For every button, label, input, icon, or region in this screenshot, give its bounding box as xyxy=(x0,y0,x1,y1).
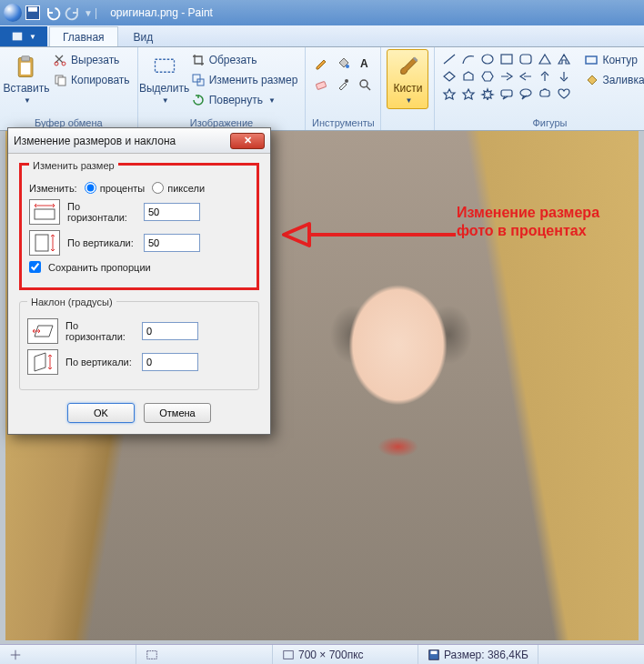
ok-button[interactable]: OK xyxy=(67,403,135,423)
group-shapes: Контур▼ Заливка▼ Фигуры xyxy=(435,47,644,130)
skew-horiz-input[interactable] xyxy=(142,322,198,340)
skew-fieldset: Наклон (градусы) По горизонтали: По верт… xyxy=(19,301,259,390)
group-clipboard: Вставить▼ Вырезать Копировать Буфер обме… xyxy=(0,47,138,130)
svg-rect-5 xyxy=(21,62,31,74)
svg-marker-26 xyxy=(482,72,493,81)
svg-point-31 xyxy=(520,89,531,96)
select-icon xyxy=(152,55,177,80)
radio-pixels[interactable] xyxy=(152,182,164,194)
shape-fill-button[interactable]: Заливка▼ xyxy=(582,71,644,89)
group-image: Выделить▼ Обрезать Изменить размер Повер… xyxy=(138,47,307,130)
copy-button[interactable]: Копировать xyxy=(51,71,132,89)
rotate-icon xyxy=(191,93,206,107)
skew-legend: Наклон (градусы) xyxy=(27,297,116,307)
dialog-titlebar[interactable]: Изменение размеров и наклона ✕ xyxy=(8,128,270,154)
svg-rect-1 xyxy=(28,7,37,12)
svg-rect-30 xyxy=(501,90,512,96)
horiz-input[interactable] xyxy=(144,203,200,221)
status-bar: 700 × 700пкс Размер: 386,4КБ xyxy=(0,644,644,664)
title-bar: ▼ | оригинал.png - Paint xyxy=(0,0,644,25)
group-brushes: Кисти▼ xyxy=(381,47,435,130)
svg-marker-27 xyxy=(444,89,455,99)
svg-rect-10 xyxy=(155,59,174,72)
paste-button[interactable]: Вставить▼ xyxy=(5,49,47,109)
svg-rect-4 xyxy=(22,55,30,60)
cut-button[interactable]: Вырезать xyxy=(51,51,132,69)
svg-rect-40 xyxy=(431,650,438,654)
horiz-label: По горизонтали: xyxy=(67,201,136,223)
svg-rect-11 xyxy=(193,75,200,82)
file-tab[interactable]: ▼ xyxy=(0,26,47,46)
crop-button[interactable]: Обрезать xyxy=(189,51,300,69)
group-label-shapes: Фигуры xyxy=(440,116,644,130)
resize-legend: Изменить размер xyxy=(29,160,118,171)
app-orb-icon[interactable] xyxy=(4,4,22,22)
group-label-tools: Инструменты xyxy=(311,116,375,130)
svg-rect-20 xyxy=(501,55,512,64)
svg-marker-24 xyxy=(444,72,455,81)
vert-label: По вертикали: xyxy=(67,237,136,248)
svg-marker-29 xyxy=(482,89,493,100)
shape-outline-button[interactable]: Контур▼ xyxy=(582,51,644,69)
radio-percent[interactable] xyxy=(85,182,96,194)
pencil-tool[interactable] xyxy=(311,53,331,73)
tab-row: ▼ Главная Вид xyxy=(0,25,644,47)
shape-gallery[interactable] xyxy=(440,49,573,102)
zoom-tool[interactable] xyxy=(355,75,375,95)
status-dimensions: 700 × 700пкс xyxy=(273,645,418,664)
scissors-icon xyxy=(53,53,67,67)
svg-rect-2 xyxy=(13,33,23,41)
svg-rect-9 xyxy=(58,77,65,86)
vert-resize-icon xyxy=(29,230,60,256)
svg-point-16 xyxy=(345,79,348,83)
svg-point-7 xyxy=(62,62,65,65)
aspect-label: Сохранить пропорции xyxy=(48,262,151,273)
rotate-button[interactable]: Повернуть▼ xyxy=(189,91,300,109)
vert-input[interactable] xyxy=(144,234,200,252)
status-filesize: Размер: 386,4КБ xyxy=(418,645,538,664)
svg-rect-33 xyxy=(35,209,55,219)
status-selection xyxy=(136,645,273,664)
svg-rect-37 xyxy=(147,650,157,659)
clipboard-icon xyxy=(14,55,39,80)
resize-button[interactable]: Изменить размер xyxy=(189,71,300,89)
skew-vert-label: По вертикали: xyxy=(65,357,135,367)
select-button[interactable]: Выделить▼ xyxy=(144,49,186,109)
dialog-close-button[interactable]: ✕ xyxy=(230,133,265,149)
brush-icon xyxy=(395,55,420,80)
eraser-tool[interactable] xyxy=(311,75,331,95)
svg-marker-22 xyxy=(539,55,550,64)
fill-icon xyxy=(584,73,599,87)
bucket-tool[interactable] xyxy=(333,53,353,73)
qat-undo-icon[interactable] xyxy=(44,4,62,22)
qat-dropdown-icon[interactable]: ▼ xyxy=(84,8,89,18)
svg-rect-34 xyxy=(35,235,48,251)
resize-icon xyxy=(191,73,206,87)
skew-vert-input[interactable] xyxy=(142,353,198,371)
qat-save-icon[interactable] xyxy=(24,4,42,22)
svg-point-13 xyxy=(346,65,349,68)
svg-marker-23 xyxy=(558,55,569,64)
svg-marker-36 xyxy=(35,353,45,371)
crosshair-icon xyxy=(9,649,22,661)
dialog-title: Изменение размеров и наклона xyxy=(14,135,176,147)
text-tool[interactable]: A xyxy=(355,53,375,73)
crop-icon xyxy=(191,53,206,67)
cancel-button[interactable]: Отмена xyxy=(144,403,211,423)
tab-home[interactable]: Главная xyxy=(49,26,118,46)
disk-icon xyxy=(428,649,440,661)
svg-rect-32 xyxy=(586,56,597,64)
group-tools: A Инструменты xyxy=(306,47,381,130)
aspect-checkbox[interactable] xyxy=(29,261,41,273)
copy-icon xyxy=(53,73,67,87)
annotation-arrow-icon xyxy=(278,215,460,255)
horiz-skew-icon xyxy=(27,318,58,344)
svg-rect-15 xyxy=(317,81,327,89)
qat-redo-icon[interactable] xyxy=(64,4,82,22)
brushes-button[interactable]: Кисти▼ xyxy=(387,49,428,109)
svg-rect-21 xyxy=(520,55,531,64)
picker-tool[interactable] xyxy=(333,75,353,95)
tab-view[interactable]: Вид xyxy=(120,26,167,46)
annotation-text: Изменение размера фото в процентах xyxy=(457,204,611,240)
outline-icon xyxy=(584,53,599,67)
